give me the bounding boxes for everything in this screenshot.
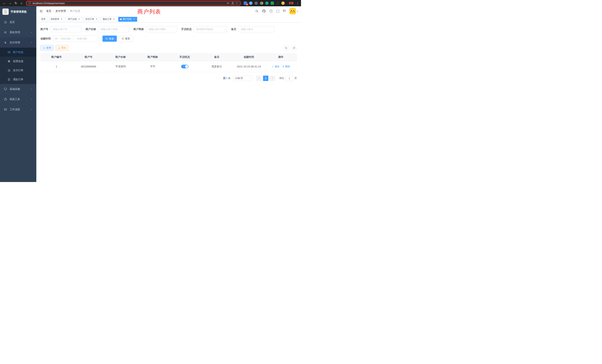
extension-icon[interactable]: 10 xyxy=(244,1,247,5)
column-header[interactable]: 备注 xyxy=(201,53,233,61)
github-icon[interactable] xyxy=(262,9,266,13)
column-header[interactable]: 操作 xyxy=(265,53,297,61)
breadcrumb-item[interactable]: 首页 xyxy=(46,10,51,13)
user-avatar[interactable] xyxy=(289,8,296,14)
create-time-label: 创建时间 xyxy=(40,37,53,40)
sidebar-subitem-merchant-info[interactable]: 商户信息 xyxy=(0,48,36,57)
browser-toolbar: ← → ↻ ⌂ ⓘ localhost:1024/pay/merchant ☆ … xyxy=(0,0,301,6)
merchant-no-label: 商户号 xyxy=(40,28,50,31)
sidebar-item-system[interactable]: ⚙ 系统管理 xyxy=(0,27,36,37)
export-button[interactable]: 导出 xyxy=(55,45,69,51)
goto-label: 前往 xyxy=(279,76,284,80)
column-header[interactable]: 商户简称 xyxy=(137,53,169,61)
sidebar-subitem-payment-order[interactable]: 支付订单 xyxy=(0,66,36,75)
breadcrumb-separator: / xyxy=(67,10,68,13)
edit-link[interactable]: 修改 xyxy=(272,65,280,68)
share-icon[interactable] xyxy=(231,2,234,5)
cell-create-time: 2021-10-23 08:31:14 xyxy=(233,61,265,72)
refresh-table-button[interactable] xyxy=(291,45,297,51)
prev-page-button[interactable] xyxy=(256,76,261,81)
profile-avatar[interactable] xyxy=(281,1,285,5)
extension-icon[interactable] xyxy=(276,1,279,5)
page-size-select[interactable]: 10条/页 xyxy=(233,76,252,81)
column-header[interactable]: 创建时间 xyxy=(233,53,265,61)
cell-merchant-no: M233666999 xyxy=(73,61,105,72)
site-info-icon[interactable]: ⓘ xyxy=(29,1,31,5)
tab-home[interactable]: 首页 xyxy=(39,17,47,22)
export-button-label: 导出 xyxy=(61,46,66,50)
font-size-icon[interactable]: TT xyxy=(283,10,286,13)
sidebar-subitem-refund-order[interactable]: 退款订单 xyxy=(0,75,36,84)
column-header[interactable]: 商户全称 xyxy=(105,53,137,61)
address-bar[interactable]: ⓘ localhost:1024/pay/merchant ☆ xyxy=(26,1,241,6)
column-header[interactable]: 开启状态 xyxy=(169,53,201,61)
browser-menu-icon[interactable]: ⋮ xyxy=(296,1,299,5)
column-header[interactable]: 商户编号 xyxy=(40,53,73,61)
column-header[interactable]: 商户号 xyxy=(73,53,105,61)
extension-icon[interactable] xyxy=(260,1,263,5)
remark-input[interactable] xyxy=(238,26,274,32)
sidebar-item-devtools[interactable]: 研发工具 xyxy=(0,94,36,104)
tab-label: 首页 xyxy=(41,18,46,21)
status-toggle[interactable] xyxy=(181,65,189,68)
delete-link[interactable]: 删除 xyxy=(282,65,290,68)
search-icon[interactable] xyxy=(255,10,258,13)
sidebar-item-payment[interactable]: ¥ 支付管理 xyxy=(0,37,36,48)
merchant-table: 商户编号 商户号 商户全称 商户简称 开启状态 备注 创建时间 操作 1 M23… xyxy=(40,53,297,72)
url-text[interactable]: localhost:1024/pay/merchant xyxy=(33,2,65,5)
next-page-button[interactable] xyxy=(270,76,275,81)
sidebar-subitem-label: 商户信息 xyxy=(13,51,23,54)
close-icon[interactable]: × xyxy=(133,18,135,21)
fullscreen-icon[interactable] xyxy=(276,10,280,13)
app-frame: 芋道管理系统 首页 ⚙ 系统管理 ¥ 支付管理 xyxy=(0,6,301,182)
sidebar-item-infrastructure[interactable]: 基础设施 xyxy=(0,84,36,94)
full-name-input[interactable] xyxy=(98,26,129,32)
reset-button[interactable]: 重置 xyxy=(119,36,133,42)
add-button[interactable]: 新增 xyxy=(40,45,54,51)
tab-user-group[interactable]: 用户分组 × xyxy=(66,17,82,22)
browser-update-button[interactable]: 更新 xyxy=(289,1,294,5)
breadcrumb-item[interactable]: 支付管理 xyxy=(55,10,66,13)
filter-merchant-no: 商户号 xyxy=(40,26,81,32)
page-number-button[interactable]: 1 xyxy=(263,76,268,81)
sidebar-item-label: 首页 xyxy=(10,21,15,24)
user-menu[interactable]: ▾ xyxy=(289,8,298,14)
sidebar-toggle-icon[interactable] xyxy=(39,9,43,13)
toggle-search-button[interactable] xyxy=(283,45,289,51)
pagination-total: 共 1 条 xyxy=(223,76,231,80)
date-range-picker[interactable]: - xyxy=(53,36,98,42)
sidebar-item-workflow[interactable]: 工作流程 xyxy=(0,104,36,115)
close-icon[interactable]: × xyxy=(95,18,98,21)
app-logo[interactable]: 芋道管理系统 xyxy=(0,6,36,17)
extension-icon[interactable] xyxy=(255,1,258,5)
end-date-input[interactable] xyxy=(75,37,89,40)
short-name-input[interactable] xyxy=(146,26,177,32)
navbar-actions: ? TT xyxy=(255,8,298,14)
extension-icon[interactable] xyxy=(265,1,269,5)
search-button[interactable]: 搜索 xyxy=(103,36,117,42)
browser-reload-icon[interactable]: ↻ xyxy=(13,1,18,6)
help-icon[interactable]: ? xyxy=(269,10,273,13)
extension-icon[interactable] xyxy=(271,1,274,5)
filter-short-name: 商户简称 xyxy=(133,26,177,32)
table-row[interactable]: 1 M233666999 芋道源码 芋艿 我是备注 2021-10-23 08:… xyxy=(40,61,297,72)
browser-back-icon[interactable]: ← xyxy=(2,1,7,6)
merchant-no-input[interactable] xyxy=(50,26,81,32)
extension-icon[interactable] xyxy=(249,1,252,5)
tab-merchant-info[interactable]: 商户信息 × xyxy=(118,17,137,22)
start-date-input[interactable] xyxy=(58,37,73,40)
sidebar-subitem-app-info[interactable]: 应用信息 xyxy=(0,57,36,66)
close-icon[interactable]: × xyxy=(60,18,63,21)
status-select[interactable] xyxy=(194,26,227,32)
goto-page-input[interactable] xyxy=(285,76,293,81)
tab-process-form[interactable]: 流程表单 × xyxy=(49,17,65,22)
browser-forward-icon[interactable]: → xyxy=(8,1,13,6)
close-icon[interactable]: × xyxy=(78,18,80,21)
close-icon[interactable]: × xyxy=(113,18,115,21)
bookmark-star-icon[interactable]: ☆ xyxy=(236,1,238,5)
sidebar-item-home[interactable]: 首页 xyxy=(0,17,36,27)
tab-payment-order[interactable]: 支付订单 × xyxy=(83,17,100,22)
browser-home-icon[interactable]: ⌂ xyxy=(19,1,24,6)
password-key-icon[interactable] xyxy=(227,2,230,5)
tab-refund-order[interactable]: 退款订单 × xyxy=(101,17,117,22)
